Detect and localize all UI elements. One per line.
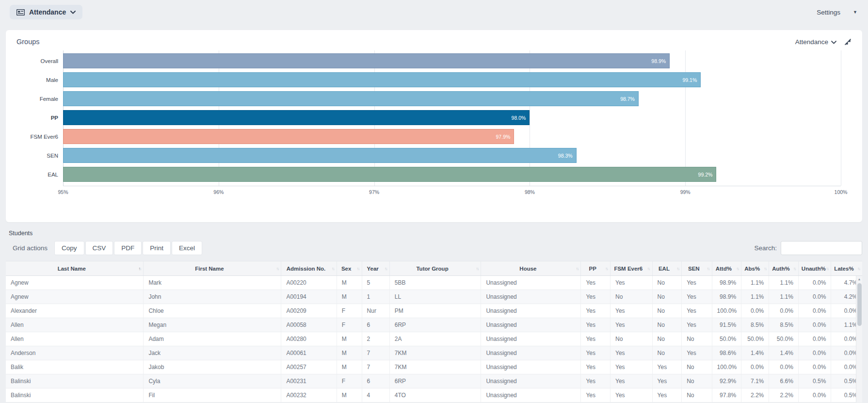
grid-action-csv-button[interactable]: CSV xyxy=(85,241,113,255)
table-row[interactable]: AllenMeganA00058F66RPUnassignedYesYesNoY… xyxy=(6,318,862,332)
table-cell: No xyxy=(682,332,712,346)
chart-category-label: PP xyxy=(16,115,58,121)
grid-action-print-button[interactable]: Print xyxy=(143,241,171,255)
column-header-eal[interactable]: EAL↑↓ xyxy=(652,261,682,276)
table-row[interactable]: AndersonJackA00061M77KMUnassignedYesYesN… xyxy=(6,346,862,360)
column-header-label: Last Name xyxy=(58,266,86,272)
column-header-first-name[interactable]: First Name↑↓ xyxy=(144,261,281,276)
table-header: Last Name↑↓First Name↑↓Admission No.↑↓Se… xyxy=(6,261,862,276)
column-header-lates-[interactable]: Lates%↑↓ xyxy=(831,261,862,276)
settings-caret-icon[interactable]: ▼ xyxy=(853,10,857,15)
table-row[interactable]: BalinskiCylaA00231F66RPUnassignedYesYesY… xyxy=(6,374,862,388)
table-cell: 50.0% xyxy=(712,332,741,346)
table-row[interactable]: BalikJakobA00257M77KMUnassignedYesYesYes… xyxy=(6,360,862,374)
settings-button[interactable]: Settings xyxy=(817,9,840,16)
sort-icon: ↑↓ xyxy=(332,266,334,271)
table-cell: 50.0% xyxy=(741,332,769,346)
chart-bar-overall[interactable]: 98.9% xyxy=(63,53,670,68)
grid-actions-label: Grid actions xyxy=(13,244,48,252)
column-header-attd-[interactable]: Attd%↑↓ xyxy=(712,261,741,276)
table-cell: 4 xyxy=(362,388,389,403)
chart-category-label: FSM Ever6 xyxy=(16,134,58,140)
chart-bar-row: EAL99.2% xyxy=(63,165,841,184)
table-cell: 7KM xyxy=(389,360,481,374)
measure-dropdown[interactable]: Attendance xyxy=(795,38,836,46)
table-cell: 5BB xyxy=(389,276,481,290)
table-cell: 0.0% xyxy=(798,360,831,374)
students-section: Students Grid actions CopyCSVPDFPrintExc… xyxy=(6,230,862,403)
column-header-last-name[interactable]: Last Name↑↓ xyxy=(6,261,144,276)
column-header-year[interactable]: Year↑↓ xyxy=(362,261,389,276)
table-cell: Yes xyxy=(581,374,611,388)
search-input[interactable] xyxy=(781,241,862,255)
table-cell: Yes xyxy=(611,318,653,332)
column-header-sex[interactable]: Sex↑↓ xyxy=(337,261,362,276)
table-cell: A00231 xyxy=(281,374,337,388)
chart-bar-female[interactable]: 98.7% xyxy=(63,91,639,106)
table-cell: Fil xyxy=(144,388,281,403)
table-cell: A00280 xyxy=(281,332,337,346)
table-cell: Yes xyxy=(581,304,611,318)
table-cell: 1 xyxy=(362,290,389,304)
table-cell: Unassigned xyxy=(481,290,581,304)
table-cell: F xyxy=(337,374,362,388)
column-header-unauth-[interactable]: Unauth%↑↓ xyxy=(798,261,831,276)
table-cell: Alexander xyxy=(6,304,144,318)
table-row[interactable]: BalinskiFilA00232M44TOUnassignedYesYesYe… xyxy=(6,388,862,403)
chevron-down-icon xyxy=(70,11,76,14)
column-header-fsm-ever6[interactable]: FSM Ever6↑↓ xyxy=(611,261,653,276)
sort-icon: ↑↓ xyxy=(576,266,578,271)
chart-bar-fsm-ever6[interactable]: 97.9% xyxy=(63,129,514,144)
chart-category-label: Overall xyxy=(16,58,58,64)
table-scrollbar[interactable]: ▲ xyxy=(856,276,862,403)
grid-action-pdf-button[interactable]: PDF xyxy=(114,241,142,255)
column-header-label: Tutor Group xyxy=(416,266,448,272)
table-cell: 1.4% xyxy=(741,346,769,360)
column-header-auth-[interactable]: Auth%↑↓ xyxy=(769,261,799,276)
column-header-house[interactable]: House↑↓ xyxy=(481,261,581,276)
column-header-tutor-group[interactable]: Tutor Group↑↓ xyxy=(389,261,481,276)
chart-bar-eal[interactable]: 99.2% xyxy=(63,167,716,182)
table-row[interactable]: AllenAdamA00280M22AUnassignedYesNoNoNo50… xyxy=(6,332,862,346)
column-header-admission-no-[interactable]: Admission No.↑↓ xyxy=(281,261,337,276)
students-section-title: Students xyxy=(9,230,862,237)
table-cell: A00058 xyxy=(281,318,337,332)
chart-category-label: EAL xyxy=(16,172,58,177)
attendance-nav-button[interactable]: Attendance xyxy=(10,5,82,19)
grid-action-copy-button[interactable]: Copy xyxy=(54,241,84,255)
bar-value-label: 99.1% xyxy=(682,77,697,83)
bar-value-label: 98.7% xyxy=(620,96,635,102)
table-cell: Jakob xyxy=(144,360,281,374)
grid-action-excel-button[interactable]: Excel xyxy=(172,241,202,255)
chart-bar-male[interactable]: 99.1% xyxy=(63,72,701,87)
column-header-label: Unauth% xyxy=(802,266,826,272)
table-cell: Unassigned xyxy=(481,346,581,360)
chart-bar-pp[interactable]: 98.0% xyxy=(63,110,530,125)
table-cell: No xyxy=(652,332,682,346)
column-header-label: Admission No. xyxy=(287,266,326,272)
chart-bar-row: Overall98.9% xyxy=(63,51,841,70)
gridline xyxy=(841,50,841,186)
column-header-pp[interactable]: PP↑↓ xyxy=(581,261,611,276)
table-cell: Yes xyxy=(682,304,712,318)
scrollbar-up-arrow-icon[interactable]: ▲ xyxy=(856,276,862,282)
column-header-sen[interactable]: SEN↑↓ xyxy=(682,261,712,276)
chart-category-label: SEN xyxy=(16,153,58,159)
table-cell: Yes xyxy=(611,374,653,388)
groups-panel-header: Groups Attendance xyxy=(16,38,852,46)
collapse-panel-icon[interactable] xyxy=(844,38,852,46)
scrollbar-thumb[interactable] xyxy=(857,283,862,326)
chart-plot-area: Overall98.9%Male99.1%Female98.7%PP98.0%F… xyxy=(63,50,841,186)
table-row[interactable]: AlexanderChloeA00209FNurPMUnassignedYesY… xyxy=(6,304,862,318)
table-cell: Mark xyxy=(144,276,281,290)
chart-bar-row: FSM Ever697.9% xyxy=(63,127,841,146)
table-cell: Yes xyxy=(682,346,712,360)
table-row[interactable]: AgnewMarkA00220M55BBUnassignedYesYesNoYe… xyxy=(6,276,862,290)
table-cell: No xyxy=(611,332,653,346)
chart-bar-sen[interactable]: 98.3% xyxy=(63,148,577,163)
column-header-label: Lates% xyxy=(834,266,853,272)
sort-icon: ↑↓ xyxy=(647,266,650,271)
table-row[interactable]: AgnewJohnA00194M1LLUnassignedYesNoNoYes9… xyxy=(6,290,862,304)
x-tick-label: 99% xyxy=(680,189,691,195)
column-header-abs-[interactable]: Abs%↑↓ xyxy=(741,261,769,276)
